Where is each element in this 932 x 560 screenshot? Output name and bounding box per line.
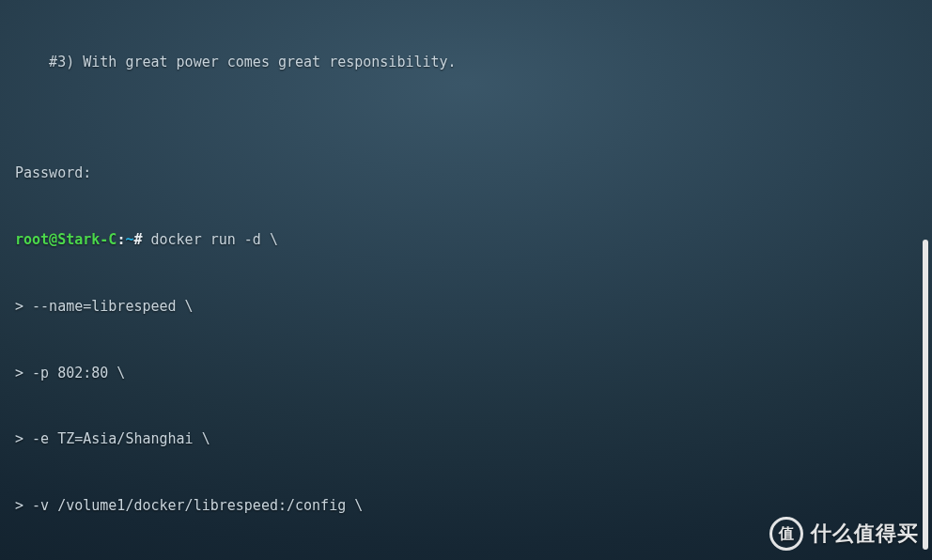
prompt-hash: # bbox=[133, 231, 150, 248]
watermark: 值 什么值得买 bbox=[769, 517, 919, 551]
watermark-badge-icon: 值 bbox=[769, 517, 803, 551]
watermark-text: 什么值得买 bbox=[811, 523, 919, 544]
command-cont: > --name=librespeed \ bbox=[15, 296, 917, 319]
command-cont: > -v /volume1/docker/librespeed:/config … bbox=[15, 495, 917, 518]
prompt-userhost: root@Stark-C bbox=[15, 231, 116, 248]
terminal[interactable]: #3) With great power comes great respons… bbox=[0, 0, 932, 560]
password-prompt: Password: bbox=[15, 163, 917, 185]
command-start: docker run -d \ bbox=[151, 231, 278, 248]
scrollbar[interactable] bbox=[923, 240, 928, 550]
sudo-responsibility-line: #3) With great power comes great respons… bbox=[15, 52, 917, 74]
command-cont: > -e TZ=Asia/Shanghai \ bbox=[15, 428, 917, 451]
command-cont: > -p 802:80 \ bbox=[15, 363, 917, 385]
shell-prompt-line: root@Stark-C:~# docker run -d \ bbox=[15, 229, 917, 252]
